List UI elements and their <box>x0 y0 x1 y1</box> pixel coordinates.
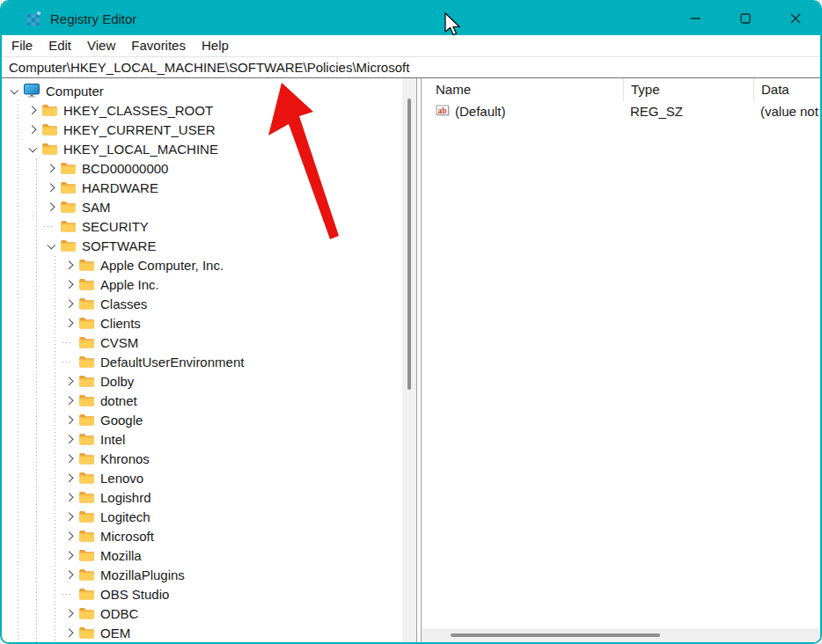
tree-expander-icon[interactable] <box>61 584 79 604</box>
tree-item[interactable]: Logishrd <box>2 487 402 507</box>
tree-expander-icon[interactable] <box>61 565 79 584</box>
tree-item[interactable]: Intel <box>2 429 402 449</box>
column-header-name[interactable]: Name <box>422 78 623 101</box>
value-row[interactable]: ab (Default) REG_SZ (value not set) <box>422 101 820 121</box>
tree-item[interactable]: MozillaPlugins <box>2 565 402 584</box>
tree-item[interactable]: HKEY_LOCAL_MACHINE <box>2 139 402 158</box>
menu-item-view[interactable]: View <box>79 35 123 56</box>
tree-expander-icon[interactable] <box>61 468 79 487</box>
tree-expander-icon[interactable] <box>61 487 79 507</box>
tree-expander-icon[interactable] <box>42 236 61 255</box>
tree-expander-icon[interactable] <box>61 449 79 468</box>
tree-item[interactable]: SAM <box>2 197 402 216</box>
tree-expander-icon[interactable] <box>61 623 79 642</box>
tree-item[interactable]: SECURITY <box>2 216 402 236</box>
tree-item[interactable]: HKEY_CURRENT_USER <box>2 120 402 139</box>
tree-expander-icon[interactable] <box>61 410 79 429</box>
folder-icon <box>79 607 94 619</box>
tree-expander-icon[interactable] <box>61 313 79 333</box>
tree-item-label: HKEY_CURRENT_USER <box>63 122 216 137</box>
tree-item[interactable]: Classes <box>2 294 402 313</box>
folder-icon <box>79 336 94 348</box>
tree-item-label: SOFTWARE <box>82 238 156 253</box>
tree-expander-icon[interactable] <box>61 545 79 565</box>
tree-expander-icon[interactable] <box>5 81 24 100</box>
tree-item-label: Classes <box>100 296 147 311</box>
tree-item[interactable]: Google <box>2 410 402 429</box>
folder-icon <box>79 549 94 561</box>
values-list: ab (Default) REG_SZ (value not set) <box>422 101 820 121</box>
menu-item-help[interactable]: Help <box>194 35 237 56</box>
tree-expander-icon[interactable] <box>42 197 61 216</box>
tree-item[interactable]: DefaultUserEnvironment <box>2 352 402 371</box>
tree-item-label: SECURITY <box>82 219 149 234</box>
tree-item[interactable]: Microsoft <box>2 526 402 545</box>
tree-expander-icon[interactable] <box>24 120 42 139</box>
minimize-button[interactable] <box>670 2 720 35</box>
tree-item[interactable]: HKEY_CLASSES_ROOT <box>2 100 402 120</box>
tree-expander-icon[interactable] <box>24 100 42 120</box>
tree-item[interactable]: Apple Inc. <box>2 274 402 294</box>
tree-vertical-scrollbar-thumb[interactable] <box>407 99 411 390</box>
menu-item-edit[interactable]: Edit <box>40 35 79 56</box>
value-name: (Default) <box>455 104 506 119</box>
tree-item[interactable]: SOFTWARE <box>2 236 402 255</box>
tree-item-label: CVSM <box>100 335 138 350</box>
tree-item[interactable]: Logitech <box>2 507 402 526</box>
tree-item-label: OEM <box>100 626 130 640</box>
tree-expander-icon[interactable] <box>42 216 61 236</box>
tree-expander-icon[interactable] <box>61 371 79 391</box>
folder-icon <box>61 181 76 194</box>
tree-expander-icon[interactable] <box>42 158 61 178</box>
column-header-type[interactable]: Type <box>623 78 753 101</box>
address-bar[interactable]: Computer\HKEY_LOCAL_MACHINE\SOFTWARE\Pol… <box>2 56 820 78</box>
tree-item[interactable]: CVSM <box>2 333 402 352</box>
tree-expander-icon[interactable] <box>61 526 79 545</box>
tree-item-label: SAM <box>82 200 111 215</box>
tree-expander-icon[interactable] <box>61 391 79 410</box>
tree-expander-icon[interactable] <box>61 274 79 294</box>
tree-item[interactable]: Mozilla <box>2 545 402 565</box>
folder-icon <box>79 259 94 271</box>
tree-expander-icon[interactable] <box>61 255 79 274</box>
title-bar[interactable]: Registry Editor <box>2 2 820 35</box>
column-header-data[interactable]: Data <box>753 78 820 101</box>
menu-item-file[interactable]: File <box>4 35 40 56</box>
tree-item-label: Clients <box>100 316 141 331</box>
maximize-button[interactable] <box>720 2 770 35</box>
tree-vertical-scrollbar[interactable] <box>402 78 416 642</box>
tree-item[interactable]: Clients <box>2 313 402 333</box>
computer-icon <box>24 84 40 98</box>
tree-expander-icon[interactable] <box>61 294 79 313</box>
tree-item[interactable]: ODBC <box>2 604 402 623</box>
tree-item[interactable]: BCD00000000 <box>2 158 402 178</box>
folder-icon <box>61 201 76 213</box>
tree-expander-icon[interactable] <box>61 507 79 526</box>
close-button[interactable] <box>770 2 820 35</box>
tree-expander-icon[interactable] <box>61 604 79 623</box>
folder-icon <box>61 220 76 232</box>
tree-expander-icon[interactable] <box>42 178 61 197</box>
folder-icon <box>61 239 76 252</box>
folder-icon <box>79 278 94 290</box>
tree-item[interactable]: dotnet <box>2 391 402 410</box>
tree-item[interactable]: OEM <box>2 623 402 642</box>
tree-expander-icon[interactable] <box>24 139 42 158</box>
tree-item[interactable]: Lenovo <box>2 468 402 487</box>
tree-item[interactable]: Computer <box>2 81 402 100</box>
registry-editor-window: Registry Editor File Edit View Favorites… <box>0 0 822 644</box>
tree-item-label: Mozilla <box>100 548 142 563</box>
value-type: REG_SZ <box>623 101 753 121</box>
tree-item[interactable]: OBS Studio <box>2 584 402 604</box>
tree-expander-icon[interactable] <box>61 429 79 449</box>
tree-item[interactable]: Dolby <box>2 371 402 391</box>
tree-item[interactable]: Apple Computer, Inc. <box>2 255 402 274</box>
folder-icon <box>79 588 94 600</box>
tree-item[interactable]: HARDWARE <box>2 178 402 197</box>
tree-expander-icon[interactable] <box>61 352 79 371</box>
values-horizontal-scrollbar-thumb[interactable] <box>451 633 660 637</box>
menu-item-favorites[interactable]: Favorites <box>123 35 194 56</box>
values-horizontal-scrollbar[interactable] <box>422 628 820 642</box>
tree-item[interactable]: Khronos <box>2 449 402 468</box>
tree-expander-icon[interactable] <box>61 333 79 352</box>
